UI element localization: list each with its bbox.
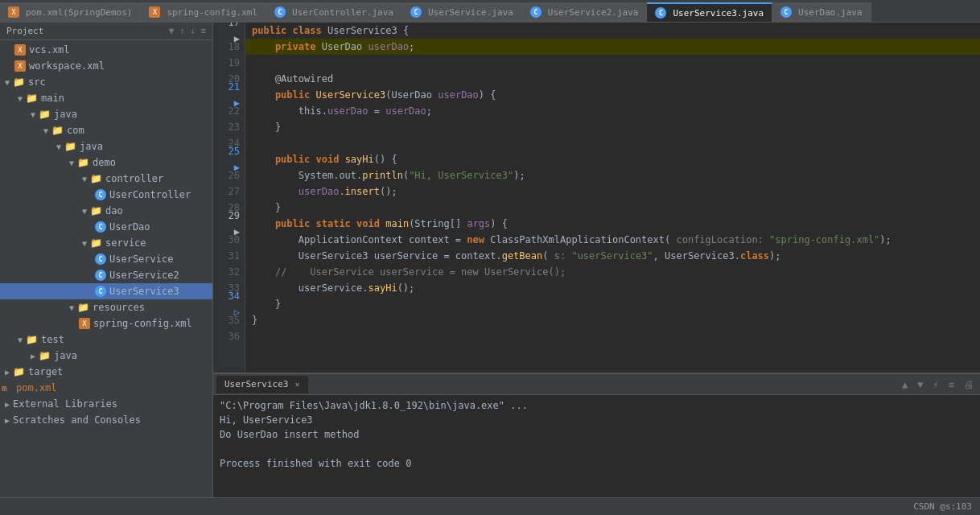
terminal-content[interactable]: "C:\Program Files\Java\jdk1.8.0_192\bin\…	[213, 395, 980, 497]
expand-arrow: ▶	[2, 368, 13, 377]
terminal-tab-userservice3[interactable]: UserService3 ✕	[216, 376, 308, 393]
expand-arrow: ▼	[14, 336, 26, 344]
editor-area: 17 ▶ 18 19 20 21 ▶ 22 23 24 25 ▶ 26 27 2…	[213, 23, 980, 497]
code-line-31: UserService3 userService = context.getBe…	[245, 248, 980, 264]
tab-spring-config[interactable]: X spring-config.xml	[141, 2, 266, 22]
expand-arrow: ▼	[79, 239, 90, 248]
expand-arrow: ▼	[2, 78, 13, 87]
tab-user-service2[interactable]: C UserService2.java	[522, 2, 648, 22]
tree-item-user-service3[interactable]: C UserService3	[0, 283, 212, 299]
menu-button[interactable]: ≡	[945, 379, 957, 390]
code-line-29: public static void main(String[] args) {	[245, 216, 980, 232]
expand-arrow: ▼	[66, 159, 77, 167]
tab-user-service3[interactable]: C UserService3.java	[647, 2, 772, 22]
tree-item-com[interactable]: ▼ 📁 com	[0, 122, 212, 138]
line-num-21: 21 ▶	[218, 87, 240, 103]
line-num-32: 32	[218, 264, 240, 280]
terminal-close-button[interactable]: ✕	[294, 380, 299, 389]
terminal-line-2: Hi, UserService3	[220, 413, 974, 427]
expand-arrow: ▼	[79, 207, 90, 216]
expand-arrow: ▼	[66, 303, 77, 312]
expand-arrow: ▶	[2, 416, 13, 425]
lightning-button[interactable]: ⚡	[930, 379, 942, 390]
print-button[interactable]: 🖨	[961, 379, 977, 390]
code-line-19	[245, 55, 980, 71]
main-area: Project ▼ ↑ ↓ ≡ X vcs.xml X workspace.xm…	[0, 23, 980, 497]
expand-arrow: ▼	[40, 126, 51, 135]
tree-item-workspace[interactable]: X workspace.xml	[0, 58, 212, 74]
code-content[interactable]: public class UserService3 { private User…	[245, 23, 980, 373]
terminal-line-3: Do UserDao insert method	[220, 427, 974, 442]
tree-item-pom[interactable]: m pom.xml	[0, 380, 212, 396]
code-line-33: userService.sayHi();	[245, 280, 980, 296]
expand-arrow: ▼	[53, 142, 64, 151]
class-icon: C	[95, 221, 106, 233]
expand-arrow: ▶	[27, 352, 39, 360]
tree-item-external-libs[interactable]: ▶ External Libraries	[0, 396, 212, 412]
line-num-17: 17 ▶	[218, 23, 240, 39]
tree-section: X vcs.xml X workspace.xml ▼ 📁 src ▼ 📁 ma…	[0, 40, 212, 430]
tree-item-vcs[interactable]: X vcs.xml	[0, 42, 212, 58]
line-num-25: 25 ▶	[218, 151, 240, 167]
code-line-35: }	[245, 312, 980, 328]
tree-item-target[interactable]: ▶ 📁 target	[0, 364, 212, 380]
xml-icon: X	[8, 6, 19, 18]
code-line-20: @Autowired	[245, 71, 980, 87]
code-line-23: }	[245, 119, 980, 135]
tab-user-service[interactable]: C UserService.java	[402, 2, 522, 22]
expand-arrow: ▼	[79, 175, 90, 183]
code-line-18: private UserDao userDao;	[245, 39, 980, 55]
folder-icon: 📁	[77, 302, 89, 313]
line-num-34: 34 ▷	[218, 296, 240, 312]
code-line-36	[245, 328, 980, 344]
tree-item-java[interactable]: ▼ 📁 java	[0, 106, 212, 122]
terminal-tab-bar: UserService3 ✕ ▲ ▼ ⚡ ≡ 🖨	[213, 374, 980, 395]
project-label: Project	[6, 26, 43, 36]
gutter: 17 ▶ 18 19 20 21 ▶ 22 23 24 25 ▶ 26 27 2…	[213, 23, 245, 373]
folder-icon: 📁	[51, 125, 64, 136]
status-bar: CSDN @s:103	[0, 497, 980, 515]
tree-item-service[interactable]: ▼ 📁 service	[0, 235, 212, 251]
folder-icon: 📁	[77, 157, 89, 168]
tree-item-java3[interactable]: ▶ 📁 java	[0, 348, 212, 364]
tree-item-user-dao[interactable]: C UserDao	[0, 219, 212, 235]
tab-user-dao[interactable]: C UserDao.java	[772, 2, 871, 22]
folder-icon: 📁	[13, 366, 25, 377]
code-line-21: public UserService3(UserDao userDao) {	[245, 87, 980, 103]
tree-item-main[interactable]: ▼ 📁 main	[0, 90, 212, 106]
tree-item-resources[interactable]: ▼ 📁 resources	[0, 299, 212, 315]
folder-icon: 📁	[26, 93, 38, 104]
tab-user-controller[interactable]: C UserController.java	[266, 2, 402, 22]
folder-icon: 📁	[39, 350, 51, 361]
class-icon: C	[530, 6, 541, 18]
tree-item-dao[interactable]: ▼ 📁 dao	[0, 203, 212, 219]
tree-item-user-service[interactable]: C UserService	[0, 251, 212, 267]
tree-item-spring-config[interactable]: X spring-config.xml	[0, 315, 212, 332]
xml-file-icon: X	[14, 44, 26, 56]
class-icon: C	[410, 6, 422, 18]
expand-arrow: ▶	[2, 400, 13, 409]
tree-item-controller[interactable]: ▼ 📁 controller	[0, 171, 212, 187]
class-icon: C	[95, 253, 106, 265]
terminal-toolbar: ▲ ▼ ⚡ ≡ 🖨	[899, 379, 977, 390]
tree-item-scratches[interactable]: ▶ Scratches and Consoles	[0, 412, 212, 428]
code-line-32: // UserService userService = new UserSer…	[245, 264, 980, 280]
tree-item-demo[interactable]: ▼ 📁 demo	[0, 154, 212, 171]
terminal-line-1: "C:\Program Files\Java\jdk1.8.0_192\bin\…	[220, 398, 974, 413]
pom-icon: m	[2, 383, 13, 393]
scroll-down-button[interactable]: ▼	[914, 379, 926, 390]
tree-item-java2[interactable]: ▼ 📁 java	[0, 138, 212, 154]
tree-item-src[interactable]: ▼ 📁 src	[0, 74, 212, 90]
tree-item-user-controller[interactable]: C UserController	[0, 187, 212, 203]
class-icon: C	[95, 270, 106, 281]
folder-icon: 📁	[13, 76, 25, 88]
tree-item-test[interactable]: ▼ 📁 test	[0, 332, 212, 348]
folder-icon: 📁	[90, 173, 102, 184]
tab-pom[interactable]: X pom.xml(SpringDemos)	[0, 2, 141, 22]
tree-item-user-service2[interactable]: C UserService2	[0, 267, 212, 283]
code-line-25: public void sayHi() {	[245, 151, 980, 167]
code-line-27: userDao.insert();	[245, 183, 980, 200]
code-editor[interactable]: 17 ▶ 18 19 20 21 ▶ 22 23 24 25 ▶ 26 27 2…	[213, 23, 980, 373]
scroll-up-button[interactable]: ▲	[899, 379, 911, 390]
terminal-panel: UserService3 ✕ ▲ ▼ ⚡ ≡ 🖨 "C:\Program Fil…	[213, 373, 980, 497]
